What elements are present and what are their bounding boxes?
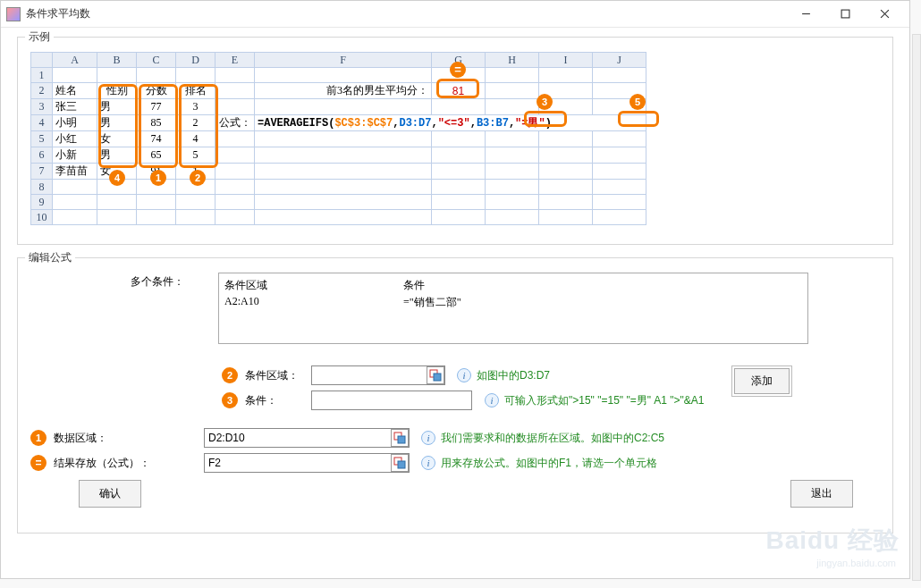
cell[interactable]: 4 [176,131,215,147]
add-button[interactable]: 添加 [734,368,790,394]
cell-result[interactable]: 81 [432,83,486,99]
edit-fieldset: 编辑公式 多个条件： 条件区域 条件 A2:A10 ="销售二部" [17,257,893,533]
listbox-cell: A2:A10 [224,294,403,311]
info-icon: i [421,431,435,445]
formula-arg: D3:D7 [399,117,431,130]
result-label: 结果存放（公式）： [54,456,197,471]
listbox-row[interactable]: A2:A10 ="销售二部" [224,294,802,311]
conditions-listbox[interactable]: 条件区域 条件 A2:A10 ="销售二部" [218,273,808,344]
cell[interactable]: 85 [137,115,176,131]
formula-cell[interactable]: =AVERAGEIFS($C$3:$C$7,D3:D7,"<=3",B3:B7,… [255,115,646,131]
col-header[interactable]: D [176,53,215,68]
cell[interactable]: 分数 [137,83,176,99]
cond-hint: 可输入形式如">15" "=15" "=男" A1 ">"&A1 [504,393,705,408]
data-range-label: 数据区域： [54,431,197,446]
cell[interactable]: 1 [176,164,215,180]
cell[interactable]: 公式： [215,115,255,131]
col-header[interactable]: A [53,53,97,68]
formula-prefix: =AVERAGEIFS( [258,117,334,130]
cell[interactable]: 前3名的男生平均分： [255,83,432,99]
window-title: 条件求平均数 [26,6,786,21]
cell[interactable]: 张三 [53,99,97,115]
col-header[interactable]: F [255,53,432,68]
minimize-button[interactable] [786,2,825,27]
badge-1: 1 [30,430,46,446]
listbox-header: 条件 [403,277,582,294]
cond-label: 条件： [245,393,304,408]
formula-arg: $C$3:$C$7 [334,117,393,130]
cell[interactable]: 74 [137,131,176,147]
formula-arg: "=男" [515,117,545,130]
cond-range-hint: 如图中的D3:D7 [477,368,550,383]
cell[interactable]: 65 [137,147,176,164]
data-range-input[interactable] [204,428,410,448]
cell[interactable]: 3 [176,99,215,115]
col-header[interactable]: E [215,53,255,68]
cell[interactable]: 姓名 [53,83,97,99]
confirm-button[interactable]: 确认 [79,480,141,508]
example-spreadsheet[interactable]: A B C D E F G H I J 1 2 姓名 性别 [30,52,646,225]
info-icon: i [485,393,499,407]
cell[interactable]: 男 [97,115,137,131]
cell[interactable]: 女 [97,131,137,147]
close-button[interactable] [865,2,904,27]
col-header[interactable]: J [593,53,646,68]
badge-2: 2 [222,367,238,383]
cell[interactable]: 小明 [53,115,97,131]
badge-eq: = [30,455,46,471]
titlebar: 条件求平均数 [1,1,909,28]
svg-rect-5 [434,374,441,381]
example-fieldset: 示例 A B C D E F G H I J [17,37,893,245]
badge-3: 3 [222,392,238,408]
edit-legend: 编辑公式 [25,250,75,265]
range-picker-icon[interactable] [427,366,444,384]
cond-range-label: 条件区域： [245,368,304,383]
col-header[interactable]: H [486,53,539,68]
example-legend: 示例 [25,29,54,45]
svg-rect-9 [398,461,405,468]
cell[interactable]: 性别 [97,83,137,99]
listbox-cell: ="销售二部" [403,294,582,311]
svg-rect-7 [398,436,405,443]
svg-rect-1 [841,10,849,18]
cell[interactable]: 5 [176,147,215,164]
formula-arg: "<=3" [438,117,470,130]
maximize-button[interactable] [825,2,865,27]
cell[interactable]: 男 [97,147,137,164]
multi-cond-label: 多个条件： [131,275,184,288]
info-icon: i [457,368,471,382]
listbox-header: 条件区域 [224,277,403,294]
cell[interactable]: 男 [97,99,137,115]
cell[interactable]: 77 [137,99,176,115]
cell[interactable]: 小新 [53,147,97,164]
result-input[interactable] [204,453,410,473]
range-picker-icon[interactable] [391,454,409,472]
formula-suffix: ) [545,117,552,130]
cell[interactable]: 2 [176,115,215,131]
cell[interactable]: 小红 [53,131,97,147]
app-icon [6,7,21,21]
col-header[interactable]: B [97,53,137,68]
data-range-hint: 我们需要求和的数据所在区域。如图中的C2:C5 [441,431,664,446]
col-header[interactable]: I [539,53,593,68]
cell[interactable]: 女 [97,164,137,180]
range-picker-icon[interactable] [391,429,409,447]
cell[interactable]: 李苗苗 [53,164,97,180]
result-hint: 用来存放公式。如图中的F1，请选一个单元格 [441,456,657,471]
cond-input[interactable] [311,391,472,410]
cell[interactable]: 排名 [176,83,215,99]
exit-button[interactable]: 退出 [790,480,853,508]
formula-arg: B3:B7 [477,117,509,130]
col-header[interactable]: C [137,53,176,68]
right-strip [912,34,921,581]
cond-range-input[interactable] [311,365,445,385]
info-icon: i [421,456,435,470]
cell[interactable]: 91 [137,164,176,180]
col-header[interactable]: G [432,53,486,68]
